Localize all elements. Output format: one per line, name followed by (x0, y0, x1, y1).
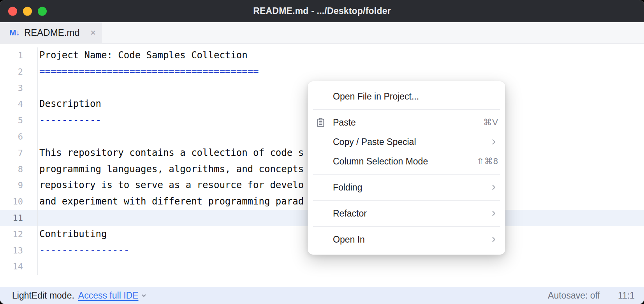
tab-label: README.md (24, 27, 80, 38)
line-number: 12 (0, 226, 38, 243)
line-number: 5 (0, 112, 38, 129)
menu-item-label: Open File in Project... (333, 91, 498, 102)
zoom-window-button[interactable] (38, 7, 47, 16)
line-number: 13 (0, 243, 38, 259)
editor-line[interactable]: 14 (0, 259, 644, 275)
menu-item-shortcut: ⇧⌘8 (477, 156, 498, 166)
tab-bar: M↓ README.md × (0, 22, 644, 44)
paste-icon (315, 117, 333, 128)
window-title: README.md - .../Desktop/folder (253, 6, 391, 16)
line-number: 9 (0, 177, 38, 194)
editor-line[interactable]: 2======================================= (0, 64, 644, 80)
code-text: repository is to serve as a resource for… (38, 177, 304, 194)
context-menu: Open File in Project...Paste⌘VCopy / Pas… (308, 81, 505, 255)
code-text: ======================================= (38, 64, 259, 80)
editor-line[interactable]: 1Project Name: Code Samples Collection (0, 47, 644, 64)
menu-item-label: Paste (333, 117, 483, 128)
submenu-chevron-icon (489, 183, 498, 192)
autosave-status[interactable]: Autosave: off (548, 290, 600, 301)
code-text (38, 210, 39, 226)
markdown-file-icon: M↓ (9, 28, 19, 37)
line-number: 10 (0, 194, 38, 210)
tab-readme[interactable]: M↓ README.md × (0, 22, 102, 43)
access-full-ide-link[interactable]: Access full IDE (78, 290, 148, 301)
menu-separator (313, 226, 500, 227)
menu-separator (313, 174, 500, 175)
line-number: 14 (0, 259, 38, 275)
menu-item-label: Folding (333, 182, 489, 193)
submenu-chevron-icon (489, 235, 498, 244)
minimize-window-button[interactable] (23, 7, 32, 16)
code-text: Project Name: Code Samples Collection (38, 47, 248, 64)
code-text (38, 259, 39, 275)
code-text (38, 129, 39, 145)
code-text: ---------------- (38, 243, 129, 259)
menu-item-label: Column Selection Mode (333, 156, 477, 167)
code-text: Contributing (38, 226, 107, 243)
submenu-chevron-icon (489, 137, 498, 147)
line-number: 3 (0, 80, 38, 96)
status-bar: LightEdit mode. Access full IDE Autosave… (0, 287, 644, 304)
line-number: 11 (0, 210, 38, 226)
line-number: 2 (0, 64, 38, 80)
menu-item-label: Open In (333, 234, 489, 245)
line-number: 1 (0, 47, 38, 64)
caret-position[interactable]: 11:1 (618, 290, 635, 301)
line-number: 4 (0, 96, 38, 112)
line-number: 6 (0, 129, 38, 145)
code-text: and experiment with different programmin… (38, 194, 304, 210)
menu-item-open-file-in-project[interactable]: Open File in Project... (308, 87, 505, 106)
menu-separator (313, 200, 500, 201)
code-text: Description (38, 96, 101, 112)
menu-separator (313, 109, 500, 110)
menu-item-folding[interactable]: Folding (308, 178, 505, 197)
line-number: 7 (0, 145, 38, 161)
submenu-chevron-icon (489, 209, 498, 218)
ide-window: README.md - .../Desktop/folder M↓ README… (0, 0, 644, 304)
menu-item-label: Refactor (333, 208, 489, 219)
menu-item-copy-paste-special[interactable]: Copy / Paste Special (308, 132, 505, 152)
menu-item-column-selection-mode[interactable]: Column Selection Mode⇧⌘8 (308, 152, 505, 171)
traffic-lights (8, 7, 47, 16)
code-text (38, 80, 39, 96)
titlebar: README.md - .../Desktop/folder (0, 0, 644, 22)
menu-item-paste[interactable]: Paste⌘V (308, 113, 505, 132)
line-number: 8 (0, 161, 38, 178)
code-text: programming languages, algorithms, and c… (38, 161, 304, 178)
code-text: ----------- (38, 112, 101, 129)
menu-item-refactor[interactable]: Refactor (308, 204, 505, 223)
menu-item-label: Copy / Paste Special (333, 137, 489, 147)
close-window-button[interactable] (8, 7, 17, 16)
lightedit-mode-label: LightEdit mode. (12, 290, 74, 301)
chevron-down-icon (141, 292, 147, 299)
menu-item-open-in[interactable]: Open In (308, 230, 505, 249)
tab-close-icon[interactable]: × (90, 28, 96, 37)
menu-item-shortcut: ⌘V (483, 117, 498, 128)
code-text: This repository contains a collection of… (38, 145, 304, 161)
